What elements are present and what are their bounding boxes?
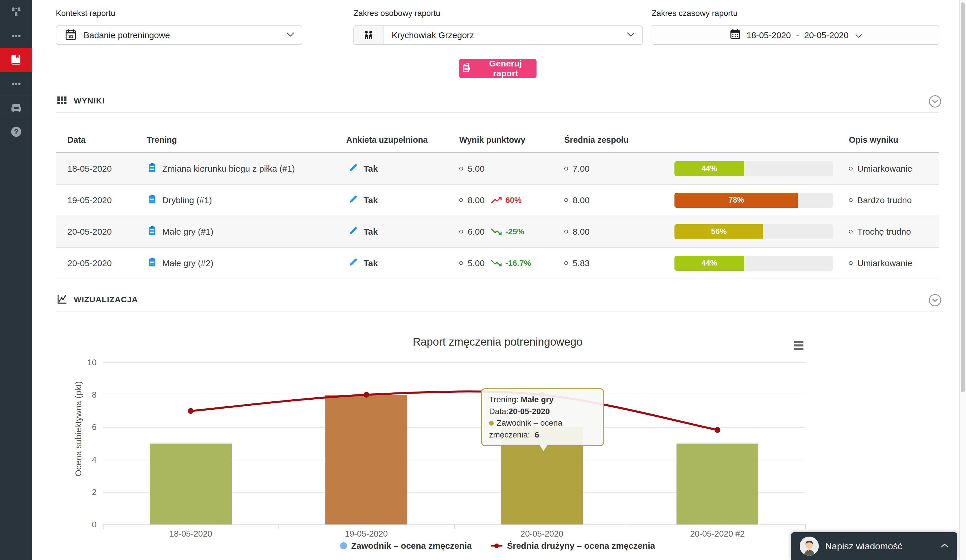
line-point-20-05-2020 #2[interactable] xyxy=(715,427,720,433)
chevron-down-icon xyxy=(287,32,294,38)
row-survey: Tak xyxy=(363,258,378,268)
bullet-circle-icon xyxy=(564,261,568,265)
calendar-31-icon: 31 xyxy=(64,28,77,42)
trend-down-icon xyxy=(491,228,503,236)
trend-up-icon xyxy=(491,196,503,205)
sidebar-item-help[interactable]: ? xyxy=(0,120,32,144)
row-progress-fill: 78% xyxy=(674,193,798,208)
bullet-circle-icon xyxy=(459,261,463,265)
visualization-section-title: WIZUALIZACJA xyxy=(74,295,138,304)
row-date: 20-05-2020 xyxy=(67,227,112,237)
y-tick-label: 2 xyxy=(62,487,97,497)
row-team-avg: 5.83 xyxy=(573,258,590,268)
avatar xyxy=(800,537,819,556)
row-training: Małe gry (#1) xyxy=(162,227,214,237)
row-date: 18-05-2020 xyxy=(67,164,112,174)
legend-marker-line xyxy=(490,543,503,549)
row-team-avg: 8.00 xyxy=(573,195,590,205)
row-progress-track: 44% xyxy=(674,256,833,271)
row-training: Zmiana kierunku biegu z piłką (#1) xyxy=(162,164,295,174)
table-row[interactable]: 19-05-2020 Drybling (#1) Tak 8.00 60% 8.… xyxy=(56,185,940,216)
legend-item[interactable]: Średnia drużyny – ocena zmęczenia xyxy=(490,541,655,551)
divider xyxy=(56,112,940,113)
row-progress-fill: 44% xyxy=(674,161,744,176)
col-header-survey: Ankieta uzupełniona xyxy=(346,135,428,145)
sidebar-item-book[interactable] xyxy=(0,48,32,72)
row-desc: Umiarkowanie xyxy=(857,164,912,174)
row-trend: 60% xyxy=(491,196,521,205)
person-select-value: Krychowiak Grzegorz xyxy=(392,30,474,40)
pencil-icon[interactable] xyxy=(348,162,358,175)
col-header-training: Trening xyxy=(147,135,177,145)
table-row[interactable]: 18-05-2020 Zmiana kierunku biegu z piłką… xyxy=(56,153,940,185)
tooltip-training-value: Małe gry xyxy=(521,395,554,404)
generate-report-button[interactable]: Generuj raport xyxy=(459,59,537,78)
fatigue-chart: Raport zmęczenia potreningowego Ocena su… xyxy=(56,318,940,560)
row-score: 5.00 xyxy=(468,258,485,268)
line-point-19-05-2020[interactable] xyxy=(363,392,369,398)
time-range-select[interactable]: 18-05-2020 - 20-05-2020 xyxy=(652,25,940,45)
pencil-icon[interactable] xyxy=(348,194,358,206)
y-tick-label: 8 xyxy=(62,390,97,400)
calendar-range-icon xyxy=(729,28,741,42)
legend-item[interactable]: Zawodnik – ocena zmęczenia xyxy=(340,541,472,551)
col-header-date: Data xyxy=(67,135,85,145)
table-row[interactable]: 20-05-2020 Małe gry (#1) Tak 6.00 -25% 8… xyxy=(56,216,940,248)
trend-value: -25% xyxy=(505,227,524,236)
y-tick-label: 6 xyxy=(62,422,97,432)
row-trend: -16.7% xyxy=(491,259,531,268)
y-tick-label: 4 xyxy=(62,455,97,464)
table-row[interactable]: 20-05-2020 Małe gry (#2) Tak 5.00 -16.7%… xyxy=(56,248,940,279)
bullet-circle-icon xyxy=(564,198,568,202)
chart-tooltip: Trening: Małe gry Data:20-05-2020 Zawodn… xyxy=(481,388,604,446)
collapse-results-icon[interactable] xyxy=(928,95,942,108)
date-separator: - xyxy=(796,30,799,40)
bullet-circle-icon xyxy=(459,167,463,170)
scrollbar-thumb[interactable] xyxy=(961,2,965,392)
trend-down-icon xyxy=(491,259,503,268)
date-from: 18-05-2020 xyxy=(746,30,791,40)
clipboard-icon xyxy=(147,193,158,206)
sidebar: ? xyxy=(0,0,32,560)
divider xyxy=(56,311,940,312)
row-progress-fill: 44% xyxy=(674,256,744,271)
sidebar-item-org-chart[interactable] xyxy=(0,0,32,24)
row-desc: Trochę trudno xyxy=(857,227,911,237)
chart-menu-icon[interactable] xyxy=(794,341,808,352)
row-progress-fill: 56% xyxy=(674,224,763,239)
row-desc: Bardzo trudno xyxy=(857,195,912,205)
pencil-icon[interactable] xyxy=(348,257,358,269)
collapse-visualization-icon[interactable] xyxy=(928,293,942,307)
tooltip-date-value: 20-05-2020 xyxy=(508,407,550,416)
time-filter-label: Zakres czasowy raportu xyxy=(652,9,738,18)
help-icon: ? xyxy=(10,125,23,138)
x-tick-label: 19-05-2020 xyxy=(345,529,388,539)
generate-report-label: Generuj raport xyxy=(476,59,535,78)
row-training: Małe gry (#2) xyxy=(162,258,214,268)
legend-label: Zawodnik – ocena zmęczenia xyxy=(351,541,472,551)
x-tick-label: 20-05-2020 xyxy=(520,529,563,539)
context-filter-label: Kontekst raportu xyxy=(56,9,115,18)
person-filter-label: Zakres osobowy raportu xyxy=(353,9,440,18)
sidebar-item-armchair[interactable] xyxy=(0,96,32,120)
row-survey: Tak xyxy=(363,164,378,174)
context-select[interactable]: 31 Badanie potreningowe xyxy=(56,25,302,45)
sidebar-item-ellipsis[interactable] xyxy=(0,72,32,96)
row-survey: Tak xyxy=(363,227,378,237)
x-axis-tick xyxy=(103,524,104,529)
svg-text:?: ? xyxy=(14,128,18,136)
chevron-up-icon xyxy=(941,543,949,549)
chat-widget[interactable]: Napisz wiadomość xyxy=(791,532,957,560)
row-date: 19-05-2020 xyxy=(67,195,112,205)
row-training: Drybling (#1) xyxy=(162,195,212,205)
person-select[interactable]: Krychowiak Grzegorz xyxy=(353,25,642,45)
tooltip-date-label: Data: xyxy=(489,407,508,416)
scrollbar-track[interactable] xyxy=(959,0,966,560)
team-average-line xyxy=(103,362,805,524)
sidebar-item-ellipsis[interactable] xyxy=(0,24,32,48)
pencil-icon[interactable] xyxy=(348,225,358,238)
line-point-18-05-2020[interactable] xyxy=(188,408,194,414)
clipboard-icon xyxy=(147,257,158,270)
x-axis-tick xyxy=(279,524,279,529)
row-progress-track: 78% xyxy=(674,193,833,208)
